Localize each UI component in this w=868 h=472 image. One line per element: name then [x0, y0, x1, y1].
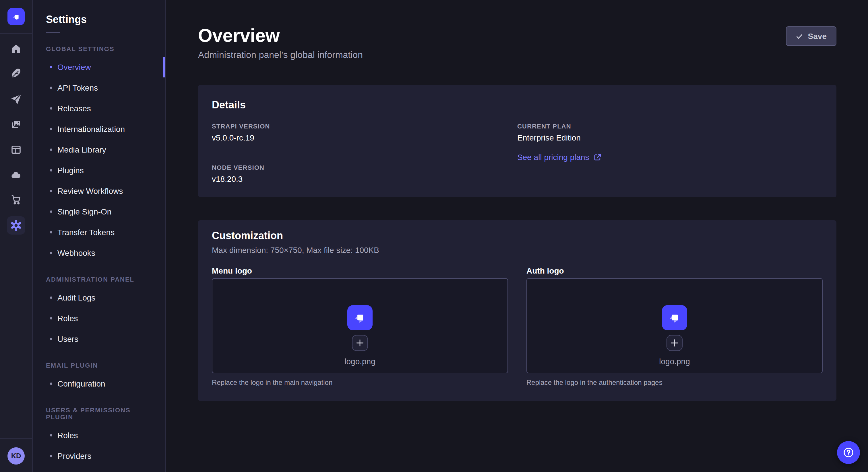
- subnav-item-admin-roles[interactable]: Roles: [32, 308, 165, 329]
- strapi-logo-icon: [11, 11, 22, 22]
- subnav-item-overview[interactable]: Overview: [32, 57, 165, 77]
- subnav-item-users[interactable]: Users: [32, 329, 165, 349]
- subnav-item-audit-logs[interactable]: Audit Logs: [32, 287, 165, 308]
- subnav-section-email-plugin: Configuration: [32, 373, 165, 394]
- subnav-item-api-tokens[interactable]: API Tokens: [32, 77, 165, 98]
- auth-logo-label: Auth logo: [526, 266, 823, 275]
- subnav-item-single-sign-on[interactable]: Single Sign-On: [32, 201, 165, 222]
- question-mark-icon: [842, 446, 855, 459]
- settings-gear-icon[interactable]: [7, 216, 25, 235]
- strapi-admin-app: KD Settings GLOBAL SETTINGS Overview API…: [0, 0, 868, 472]
- menu-logo-dropzone[interactable]: logo.png: [212, 278, 508, 373]
- section-label-global-settings: GLOBAL SETTINGS: [46, 45, 152, 52]
- home-icon[interactable]: [7, 40, 25, 58]
- current-plan-field: CURRENT PLAN Enterprise Edition: [517, 123, 823, 142]
- marketplace-cart-icon[interactable]: [7, 191, 25, 209]
- main-nav-rail: KD: [0, 0, 33, 472]
- check-icon: [796, 32, 803, 40]
- strapi-version-value: v5.0.0-rc.19: [212, 133, 517, 142]
- save-button[interactable]: Save: [786, 26, 836, 46]
- external-link-icon: [594, 153, 602, 161]
- subnav-item-releases[interactable]: Releases: [32, 98, 165, 119]
- menu-logo-label: Menu logo: [212, 266, 508, 275]
- subnav-item-up-roles[interactable]: Roles: [32, 425, 165, 446]
- subnav-section-global-settings: Overview API Tokens Releases Internation…: [32, 57, 165, 263]
- cloud-icon[interactable]: [7, 166, 25, 184]
- avatar-initials: KD: [11, 452, 21, 460]
- details-heading: Details: [212, 99, 823, 111]
- strapi-version-label: STRAPI VERSION: [212, 123, 517, 130]
- plus-icon: [671, 339, 679, 347]
- change-menu-logo-button[interactable]: [352, 335, 368, 351]
- node-version-value: v18.20.3: [212, 174, 517, 183]
- subnav-item-transfer-tokens[interactable]: Transfer Tokens: [32, 222, 165, 243]
- page-title: Overview: [198, 24, 363, 47]
- node-version-label: NODE VERSION: [212, 164, 517, 171]
- menu-logo-preview: [347, 305, 373, 330]
- customization-subtitle: Max dimension: 750×750, Max file size: 1…: [212, 244, 823, 256]
- main-content: Overview Administration panel’s global i…: [166, 0, 868, 472]
- menu-logo-upload: Menu logo: [212, 266, 508, 387]
- subnav-title-divider: [46, 32, 60, 33]
- page-header: Overview Administration panel’s global i…: [198, 24, 836, 62]
- change-auth-logo-button[interactable]: [666, 335, 683, 351]
- details-grid: STRAPI VERSION v5.0.0-rc.19 NODE VERSION…: [212, 123, 823, 183]
- rail-divider: [0, 33, 32, 34]
- logo-uploads-row: Menu logo: [212, 266, 823, 387]
- details-card: Details STRAPI VERSION v5.0.0-rc.19 NODE…: [198, 85, 836, 197]
- menu-logo-filename: logo.png: [344, 357, 375, 366]
- strapi-logo[interactable]: [7, 8, 25, 25]
- subnav-section-administration-panel: Audit Logs Roles Users: [32, 287, 165, 349]
- page-subtitle: Administration panel’s global informatio…: [198, 48, 363, 62]
- user-avatar[interactable]: KD: [7, 447, 25, 465]
- section-label-administration-panel: ADMINISTRATION PANEL: [46, 276, 152, 283]
- help-button[interactable]: [837, 441, 860, 464]
- save-button-label: Save: [808, 32, 827, 41]
- auth-logo-dropzone[interactable]: logo.png: [526, 278, 823, 373]
- subnav-item-providers[interactable]: Providers: [32, 446, 165, 466]
- media-library-pictures-icon[interactable]: [7, 115, 25, 134]
- content-type-builder-layout-icon[interactable]: [7, 140, 25, 159]
- page-header-text: Overview Administration panel’s global i…: [198, 24, 363, 62]
- subnav-item-configuration[interactable]: Configuration: [32, 373, 165, 394]
- customization-card: Customization Max dimension: 750×750, Ma…: [198, 220, 836, 401]
- rail-divider: [0, 438, 32, 439]
- subnav-item-media-library[interactable]: Media Library: [32, 139, 165, 160]
- subnav-title: Settings: [46, 14, 165, 25]
- auth-logo-filename: logo.png: [659, 357, 690, 366]
- strapi-version-field: STRAPI VERSION v5.0.0-rc.19: [212, 123, 517, 142]
- subnav-section-users-permissions-plugin: Roles Providers: [32, 425, 165, 466]
- details-left-column: STRAPI VERSION v5.0.0-rc.19 NODE VERSION…: [212, 123, 517, 183]
- content-manager-feather-icon[interactable]: [7, 64, 25, 82]
- plus-icon: [356, 339, 364, 347]
- subnav-item-internationalization[interactable]: Internationalization: [32, 119, 165, 139]
- current-plan-value: Enterprise Edition: [517, 133, 823, 142]
- subnav-item-webhooks[interactable]: Webhooks: [32, 243, 165, 263]
- subnav-item-review-workflows[interactable]: Review Workflows: [32, 181, 165, 201]
- auth-logo-hint: Replace the logo in the authentication p…: [526, 378, 823, 387]
- section-label-email-plugin: EMAIL PLUGIN: [46, 362, 152, 369]
- settings-subnav: Settings GLOBAL SETTINGS Overview API To…: [32, 0, 166, 472]
- auth-logo-preview: [662, 305, 687, 330]
- pricing-plans-link-label: See all pricing plans: [517, 153, 589, 162]
- menu-logo-hint: Replace the logo in the main navigation: [212, 378, 508, 387]
- node-version-field: NODE VERSION v18.20.3: [212, 164, 517, 183]
- customization-heading: Customization: [212, 229, 823, 242]
- strapi-logo-icon: [666, 310, 683, 326]
- subnav-item-plugins[interactable]: Plugins: [32, 160, 165, 181]
- details-right-column: CURRENT PLAN Enterprise Edition See all …: [517, 123, 823, 183]
- current-plan-label: CURRENT PLAN: [517, 123, 823, 130]
- section-label-users-permissions-plugin: USERS & PERMISSIONS PLUGIN: [46, 407, 152, 420]
- pricing-plans-link[interactable]: See all pricing plans: [517, 153, 823, 162]
- auth-logo-upload: Auth logo: [526, 266, 823, 387]
- strapi-logo-icon: [352, 310, 368, 326]
- release-paper-plane-icon[interactable]: [7, 90, 25, 108]
